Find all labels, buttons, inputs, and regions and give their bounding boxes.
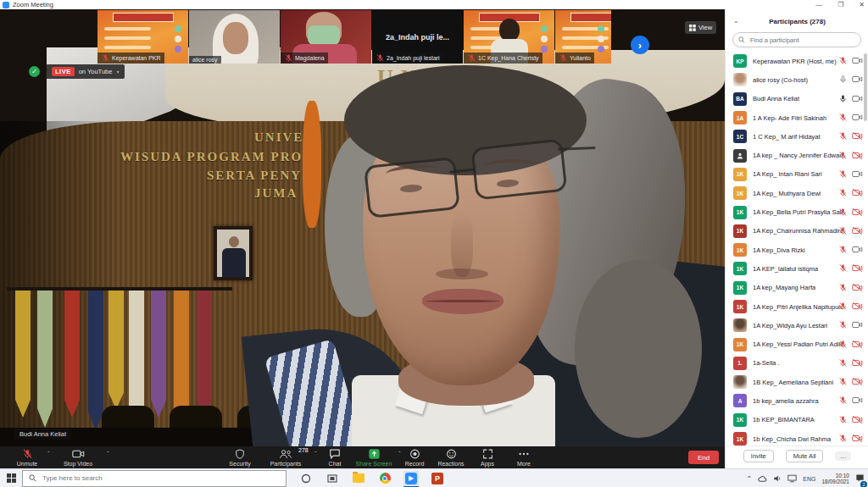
camera-status-icon[interactable] — [852, 412, 863, 428]
participant-row[interactable]: 1A Kep_Widya Ayu Lestari — [726, 316, 868, 335]
participant-row[interactable]: 1K1A Kep_Diva Rizki — [726, 241, 868, 259]
mic-status-icon[interactable] — [838, 148, 848, 163]
security-button[interactable]: Security — [214, 448, 265, 467]
stop-video-button[interactable]: Stop Video — [53, 448, 103, 467]
end-meeting-button[interactable]: End — [688, 451, 719, 464]
camera-status-icon[interactable] — [852, 318, 863, 333]
participant-search-input[interactable] — [748, 36, 855, 45]
video-thumbnail[interactable]: Magdalena — [281, 10, 371, 64]
mic-status-icon[interactable] — [838, 299, 848, 314]
view-button[interactable]: View — [685, 21, 716, 34]
participant-row[interactable]: 1.1a-Sella . — [726, 354, 868, 373]
mic-status-icon[interactable] — [838, 280, 848, 296]
participant-row[interactable]: 1K1A Kep_ Muthyara Dewi — [726, 184, 868, 202]
network-icon[interactable] — [787, 474, 797, 483]
camera-status-icon[interactable] — [852, 431, 863, 446]
invite-button[interactable]: Invite — [743, 450, 774, 462]
camera-status-icon[interactable] — [852, 129, 863, 144]
chrome-button[interactable] — [377, 471, 392, 486]
mic-status-icon[interactable] — [838, 129, 848, 144]
task-view-button[interactable] — [325, 471, 340, 486]
camera-status-icon[interactable] — [852, 110, 863, 125]
camera-status-icon[interactable] — [852, 148, 863, 163]
mic-status-icon[interactable] — [838, 185, 848, 201]
mic-status-icon[interactable] — [838, 431, 848, 446]
taskbar-clock[interactable]: 10:10 18/09/2021 — [821, 473, 849, 484]
onedrive-icon[interactable] — [758, 475, 767, 483]
camera-status-icon[interactable] — [852, 261, 863, 276]
mic-status-icon[interactable] — [838, 167, 848, 182]
participant-row[interactable]: 1C1 C Kep_ M.arif Hidayat — [726, 127, 868, 146]
camera-status-icon[interactable] — [852, 185, 863, 201]
taskbar-search-box[interactable] — [22, 470, 287, 487]
participant-row[interactable]: 1K1A KEP_lailatul istiqma — [726, 259, 868, 278]
powerpoint-button[interactable]: P — [430, 471, 445, 486]
cortana-button[interactable] — [298, 471, 314, 486]
mute-all-button[interactable]: Mute All — [786, 450, 824, 462]
participant-row[interactable]: 1K1A Kep_Bella Putri Prasylia Salm... — [726, 202, 868, 221]
participant-row[interactable]: alice rosy (Co-host) — [726, 70, 868, 89]
camera-status-icon[interactable] — [852, 72, 863, 87]
mic-status-icon[interactable] — [838, 205, 848, 220]
participant-row[interactable]: 1K1A Kep_Chairunnisa Rahmadira — [726, 222, 868, 241]
camera-status-icon[interactable] — [852, 280, 863, 296]
mic-status-icon[interactable] — [838, 242, 848, 257]
video-options-caret[interactable]: ˆ — [107, 450, 109, 457]
mic-status-icon[interactable] — [838, 224, 848, 239]
language-indicator[interactable]: ENG — [803, 476, 815, 482]
mic-status-icon[interactable] — [838, 337, 848, 352]
mic-status-icon[interactable] — [838, 412, 848, 428]
minimize-button[interactable]: — — [815, 1, 822, 8]
camera-status-icon[interactable] — [852, 374, 863, 390]
mic-status-icon[interactable] — [838, 261, 848, 276]
video-thumbnail[interactable]: 1C Kep_Hana Cheristy — [464, 10, 554, 64]
camera-status-icon[interactable] — [852, 91, 863, 107]
participant-row[interactable]: 1K1A Kep_Pitri Anjelika Napitupulu — [726, 297, 868, 316]
unmute-options-caret[interactable]: ˆ — [47, 450, 50, 457]
mic-status-icon[interactable] — [838, 91, 848, 107]
camera-status-icon[interactable] — [852, 299, 863, 314]
mic-status-icon[interactable] — [838, 110, 848, 125]
camera-status-icon[interactable] — [852, 337, 863, 352]
camera-status-icon[interactable] — [852, 205, 863, 220]
mic-status-icon[interactable] — [838, 374, 848, 390]
participant-row[interactable]: 1A1 A Kep- Ade Fitri Sakinah — [726, 108, 868, 127]
participant-row[interactable]: KPKeperawatan PKR (Host, me) — [726, 52, 868, 70]
unmute-button[interactable]: Unmute — [2, 448, 53, 467]
scrollbar[interactable] — [864, 53, 867, 121]
hidden-icons-chevron[interactable]: ⌃ — [747, 475, 753, 483]
start-button[interactable] — [0, 473, 22, 483]
participant-row[interactable]: BABudi Anna Keliat — [726, 90, 868, 108]
camera-status-icon[interactable] — [852, 167, 863, 182]
video-thumbnail[interactable]: Yulianto — [555, 10, 611, 64]
camera-status-icon[interactable] — [852, 242, 863, 257]
taskbar-search-input[interactable] — [41, 473, 280, 483]
next-page-button[interactable]: › — [631, 36, 649, 54]
mic-status-icon[interactable] — [838, 318, 848, 333]
collapse-chevron-icon[interactable]: ⌄ — [733, 17, 739, 25]
file-explorer-button[interactable] — [351, 471, 366, 486]
video-thumbnail[interactable]: 2a_Indah puji le...2a_Indah puji lestari — [372, 10, 463, 64]
participant-row[interactable]: 1K1b Kep_Chicha Dwi Rahma — [726, 429, 868, 447]
participant-row[interactable]: 1K1A Kep_Yessi Padian Putri Adillah — [726, 335, 868, 353]
mic-status-icon[interactable] — [838, 53, 848, 69]
speaker-icon[interactable] — [773, 474, 782, 483]
video-thumbnail[interactable]: Keperawatan PKR — [97, 10, 188, 64]
participant-row[interactable]: 1K1A kep_Mayang Harfa — [726, 279, 868, 297]
panel-more-button[interactable]: ... — [835, 451, 851, 461]
participant-search-box[interactable] — [732, 32, 861, 47]
camera-status-icon[interactable] — [852, 393, 863, 408]
participant-row[interactable]: A1b kep_amelia azzahra — [726, 391, 868, 410]
zoom-app-button[interactable]: ▶ — [403, 471, 419, 486]
camera-status-icon[interactable] — [852, 53, 863, 69]
mic-status-icon[interactable] — [838, 393, 848, 408]
maximize-button[interactable]: ❐ — [837, 1, 843, 8]
action-center-button[interactable]: 2 — [855, 471, 865, 486]
close-button[interactable]: ✕ — [859, 1, 865, 8]
participant-row[interactable]: 1K1A Kep_ Intan Riani Sari — [726, 165, 868, 184]
camera-status-icon[interactable] — [852, 356, 863, 371]
mic-status-icon[interactable] — [838, 356, 848, 371]
mic-status-icon[interactable] — [838, 72, 848, 87]
participant-row[interactable]: 1K1b KEP_BIMANTARA — [726, 411, 868, 429]
participant-row[interactable]: 1A kep _ Nancy Jennifer Edward — [726, 146, 868, 164]
